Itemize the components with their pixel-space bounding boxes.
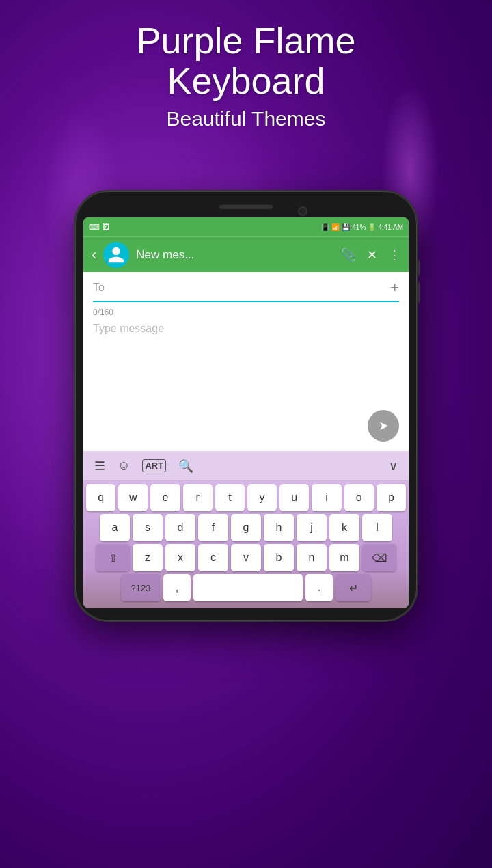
key-row-4: ?123 , . ↵ <box>86 574 406 601</box>
menu-toolbar-icon[interactable]: ☰ <box>94 459 105 474</box>
add-recipient-button[interactable]: + <box>390 279 399 297</box>
emoji-toolbar-icon[interactable]: ☺ <box>118 459 130 473</box>
app-subtitle: Beautiful Themes <box>0 107 492 131</box>
status-bar: ⌨ 🖼 📳 📶 💾 41% 🔋 4:41 AM <box>83 217 409 236</box>
more-button[interactable]: ⋮ <box>388 247 400 262</box>
key-q[interactable]: q <box>86 484 115 511</box>
backspace-key[interactable]: ⌫ <box>362 544 396 571</box>
phone-mockup: ⌨ 🖼 📳 📶 💾 41% 🔋 4:41 AM ‹ <box>75 191 417 621</box>
key-row-2: a s d f g h j k l <box>86 514 406 541</box>
key-d[interactable]: d <box>165 514 195 541</box>
back-button[interactable]: ‹ <box>92 246 96 264</box>
vibrate-icon: 📳 <box>321 223 329 231</box>
image-status-icon: 🖼 <box>102 223 110 231</box>
key-b[interactable]: b <box>264 544 294 571</box>
space-key[interactable] <box>193 574 303 601</box>
key-o[interactable]: o <box>344 484 374 511</box>
toolbar-left: ☰ ☺ ART 🔍 <box>94 459 193 474</box>
key-u[interactable]: u <box>279 484 309 511</box>
art-toolbar-button[interactable]: ART <box>142 459 166 472</box>
phone-speaker <box>219 204 273 209</box>
key-m[interactable]: m <box>329 544 359 571</box>
key-a[interactable]: a <box>100 514 130 541</box>
key-row-3: ⇧ z x c v b n m ⌫ <box>86 544 406 571</box>
key-c[interactable]: c <box>198 544 228 571</box>
contact-avatar <box>103 242 129 268</box>
message-placeholder: Type message <box>93 320 399 338</box>
key-l[interactable]: l <box>362 514 392 541</box>
shift-key[interactable]: ⇧ <box>96 544 130 571</box>
to-input[interactable] <box>110 282 390 294</box>
keyboard-bg: q w e r t y u i o p a s <box>83 481 409 608</box>
status-left: ⌨ 🖼 <box>89 223 110 232</box>
key-f[interactable]: f <box>198 514 228 541</box>
key-g[interactable]: g <box>231 514 261 541</box>
key-j[interactable]: j <box>297 514 327 541</box>
keyboard-toolbar: ☰ ☺ ART 🔍 ∨ <box>83 451 409 481</box>
comma-key[interactable]: , <box>163 574 191 601</box>
compose-area: To + 0/160 Type message <box>83 272 409 342</box>
to-row: To + <box>93 279 399 302</box>
volume-up-button[interactable] <box>417 260 420 276</box>
key-i[interactable]: i <box>312 484 341 511</box>
key-p[interactable]: p <box>377 484 406 511</box>
message-body: ➤ <box>83 342 409 451</box>
key-n[interactable]: n <box>297 544 327 571</box>
num-key[interactable]: ?123 <box>121 574 161 601</box>
key-k[interactable]: k <box>329 514 359 541</box>
key-row-1: q w e r t y u i o p <box>86 484 406 511</box>
key-h[interactable]: h <box>264 514 294 541</box>
search-toolbar-icon[interactable]: 🔍 <box>178 459 193 474</box>
app-title: Purple Flame Keyboard <box>0 21 492 102</box>
action-icons: 📎 ✕ ⋮ <box>341 247 400 262</box>
conversation-title: New mes... <box>136 248 334 262</box>
key-r[interactable]: r <box>183 484 213 511</box>
close-button[interactable]: ✕ <box>367 247 377 262</box>
attach-button[interactable]: 📎 <box>341 247 356 262</box>
phone-screen: ⌨ 🖼 📳 📶 💾 41% 🔋 4:41 AM ‹ <box>83 217 409 608</box>
key-x[interactable]: x <box>165 544 195 571</box>
period-key[interactable]: . <box>305 574 333 601</box>
collapse-keyboard-button[interactable]: ∨ <box>389 459 398 474</box>
key-v[interactable]: v <box>231 544 261 571</box>
battery-percent: 41% <box>352 223 366 231</box>
phone-camera <box>298 206 308 216</box>
title-area: Purple Flame Keyboard Beautiful Themes <box>0 21 492 131</box>
sd-icon: 💾 <box>342 223 350 231</box>
key-e[interactable]: e <box>150 484 180 511</box>
char-count: 0/160 <box>93 308 399 317</box>
key-z[interactable]: z <box>133 544 163 571</box>
wifi-icon: 📶 <box>331 223 340 231</box>
send-icon: ➤ <box>379 418 389 433</box>
time: 4:41 AM <box>378 223 403 231</box>
enter-key[interactable]: ↵ <box>336 574 371 601</box>
volume-down-button[interactable] <box>417 282 420 303</box>
battery-icon: 🔋 <box>368 223 376 231</box>
to-label: To <box>93 282 105 294</box>
key-w[interactable]: w <box>118 484 148 511</box>
send-button[interactable]: ➤ <box>368 410 399 442</box>
key-s[interactable]: s <box>133 514 163 541</box>
keyboard-area: ☰ ☺ ART 🔍 ∨ q w e r t y <box>83 451 409 608</box>
status-right: 📳 📶 💾 41% 🔋 4:41 AM <box>321 223 403 231</box>
action-bar: ‹ New mes... 📎 ✕ ⋮ <box>83 236 409 272</box>
key-t[interactable]: t <box>215 484 245 511</box>
avatar-icon <box>107 245 126 265</box>
key-y[interactable]: y <box>247 484 277 511</box>
keyboard-status-icon: ⌨ <box>89 223 100 232</box>
